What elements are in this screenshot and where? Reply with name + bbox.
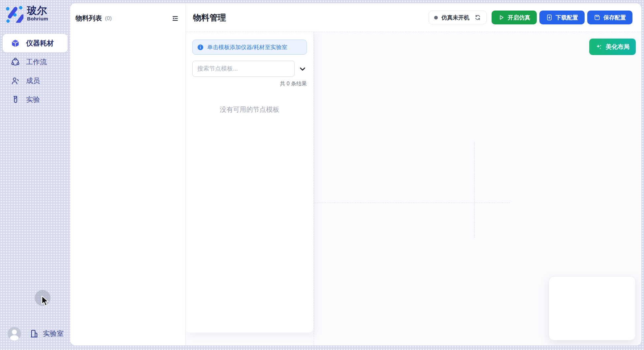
sidebar-item-experiments[interactable]: 实验 bbox=[3, 90, 68, 109]
node-template-panel: 单击模板添加仪器/耗材至实验室 共 0 条结果 没有可用的节点模板 bbox=[186, 32, 313, 333]
download-config-button[interactable]: 下载配置 bbox=[539, 11, 585, 24]
panel-collapse-icon[interactable] bbox=[172, 15, 179, 22]
materials-list-count: (0) bbox=[105, 15, 112, 22]
lab-label: 实验室 bbox=[43, 329, 64, 338]
header-actions: 仿真未开机 开启仿真 下载配置 bbox=[429, 11, 632, 24]
members-icon bbox=[11, 76, 20, 85]
play-icon bbox=[498, 14, 505, 21]
page-title: 物料管理 bbox=[193, 12, 226, 23]
bohrium-logo-icon bbox=[4, 4, 23, 23]
mouse-cursor bbox=[41, 296, 50, 307]
sidebar-item-label: 实验 bbox=[26, 95, 40, 104]
simulation-status-label: 仿真未开机 bbox=[441, 14, 469, 21]
canvas-guide-line bbox=[314, 203, 510, 203]
canvas-guide-line bbox=[314, 32, 314, 345]
sidebar-nav: 仪器耗材 工作流 成员 bbox=[3, 34, 68, 109]
result-count: 共 0 条结果 bbox=[192, 80, 307, 87]
refresh-icon[interactable] bbox=[474, 14, 481, 21]
sidebar-item-workflow[interactable]: 工作流 bbox=[3, 53, 68, 71]
cube-icon bbox=[11, 39, 20, 48]
info-banner: 单击模板添加仪器/耗材至实验室 bbox=[192, 40, 307, 55]
save-config-button[interactable]: 保存配置 bbox=[587, 11, 632, 24]
info-icon bbox=[197, 44, 204, 50]
brand-name-cn: 玻尔 bbox=[27, 5, 48, 16]
sidebar-item-instruments[interactable]: 仪器耗材 bbox=[3, 34, 68, 52]
materials-list-panel: 物料列表 (0) bbox=[70, 3, 186, 345]
brand-logo: 玻尔 Bohrium bbox=[4, 4, 48, 23]
sidebar-item-label: 成员 bbox=[26, 76, 40, 85]
brand-name-en: Bohrium bbox=[27, 16, 48, 21]
download-file-icon bbox=[546, 14, 553, 21]
beautify-layout-button[interactable]: 美化布局 bbox=[589, 39, 636, 55]
sidebar-item-label: 工作流 bbox=[26, 57, 47, 67]
workflow-icon bbox=[11, 58, 20, 67]
app-sidebar: 玻尔 Bohrium 仪器耗材 工作流 bbox=[0, 0, 70, 350]
building-icon bbox=[30, 329, 39, 338]
main-header: 物料管理 仿真未开机 开启仿真 下载配置 bbox=[186, 3, 641, 32]
search-input[interactable] bbox=[192, 61, 295, 77]
sidebar-item-members[interactable]: 成员 bbox=[3, 72, 68, 90]
chevron-down-icon[interactable] bbox=[299, 65, 306, 73]
status-dot-icon bbox=[434, 16, 438, 19]
save-icon bbox=[594, 14, 600, 21]
minimap-panel[interactable] bbox=[549, 276, 636, 340]
flow-canvas[interactable]: 单击模板添加仪器/耗材至实验室 共 0 条结果 没有可用的节点模板 美化布局 bbox=[186, 32, 641, 345]
materials-list-header: 物料列表 (0) bbox=[70, 3, 185, 23]
simulation-status-pill[interactable]: 仿真未开机 bbox=[429, 11, 487, 24]
user-avatar[interactable] bbox=[8, 327, 21, 340]
canvas-guide-line bbox=[474, 142, 475, 238]
empty-template-message: 没有可用的节点模板 bbox=[192, 105, 307, 114]
sidebar-item-label: 仪器耗材 bbox=[26, 39, 54, 48]
info-banner-text: 单击模板添加仪器/耗材至实验室 bbox=[207, 44, 287, 51]
experiment-icon bbox=[11, 95, 20, 104]
start-simulation-button[interactable]: 开启仿真 bbox=[492, 11, 537, 24]
sparkles-icon bbox=[596, 44, 602, 50]
materials-list-title: 物料列表 bbox=[76, 14, 102, 23]
content-window: 物料列表 (0) 物料管理 仿真未开机 bbox=[70, 3, 641, 345]
lab-switcher[interactable]: 实验室 bbox=[30, 329, 64, 338]
